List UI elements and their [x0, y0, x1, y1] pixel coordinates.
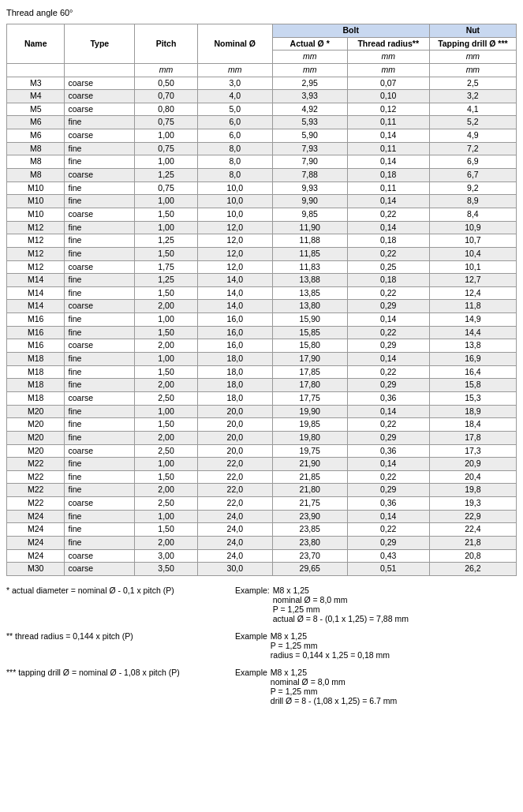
cell-type: coarse [65, 208, 135, 221]
cell-value: 22,4 [429, 523, 516, 537]
table-row: M16fine1,0016,015,900,1414,9 [7, 313, 517, 327]
cell-type: fine [65, 181, 135, 195]
cell-name: M16 [7, 339, 65, 353]
cell-name: M6 [7, 129, 65, 143]
cell-type: coarse [65, 300, 135, 313]
example-line: P = 1,25 mm [271, 687, 397, 696]
cell-name: M14 [7, 300, 65, 313]
cell-value: 12,4 [429, 286, 516, 300]
cell-value: 14,0 [197, 300, 272, 313]
group-bolt-header: Bolt [272, 24, 429, 38]
cell-value: 22,0 [197, 458, 272, 471]
cell-value: 1,00 [135, 510, 198, 523]
unit-name [7, 63, 65, 77]
cell-value: 2,5 [429, 77, 516, 90]
cell-type: fine [65, 353, 135, 366]
unit-nominal: mm [197, 63, 272, 77]
cell-value: 0,22 [347, 523, 429, 537]
cell-value: 0,22 [347, 326, 429, 339]
table-row: M24coarse3,0024,023,700,4320,8 [7, 549, 517, 563]
table-row: M18fine2,0018,017,800,2915,8 [7, 379, 517, 392]
cell-value: 20,8 [429, 549, 516, 563]
cell-type: coarse [65, 339, 135, 353]
cell-value: 2,00 [135, 536, 198, 549]
cell-value: 0,75 [135, 181, 198, 195]
cell-value: 20,0 [197, 444, 272, 458]
cell-value: 1,75 [135, 260, 198, 274]
cell-value: 0,75 [135, 142, 198, 155]
cell-value: 2,95 [272, 77, 347, 90]
cell-value: 9,90 [272, 195, 347, 208]
cell-value: 0,14 [347, 353, 429, 366]
cell-value: 6,7 [429, 169, 516, 182]
cell-value: 1,00 [135, 155, 198, 169]
cell-value: 8,4 [429, 208, 516, 221]
cell-value: 18,0 [197, 391, 272, 405]
cell-value: 2,00 [135, 484, 198, 497]
cell-value: 1,00 [135, 129, 198, 143]
table-row: M20coarse2,5020,019,750,3617,3 [7, 444, 517, 458]
thread-angle-label: Thread angle 60° [6, 8, 517, 17]
cell-type: fine [65, 313, 135, 327]
table-row: M5coarse0,805,04,920,124,1 [7, 103, 517, 116]
cell-value: 3,50 [135, 563, 198, 576]
cell-value: 17,90 [272, 353, 347, 366]
cell-value: 13,85 [272, 286, 347, 300]
cell-value: 19,8 [429, 484, 516, 497]
cell-value: 23,80 [272, 536, 347, 549]
table-row: M12fine1,0012,011,900,1410,9 [7, 221, 517, 234]
cell-value: 14,9 [429, 313, 516, 327]
example-lines-note1: M8 x 1,25nominal Ø = 8,0 mmP = 1,25 mmac… [273, 586, 409, 623]
cell-value: 23,85 [272, 523, 347, 537]
cell-value: 0,18 [347, 169, 429, 182]
cell-name: M20 [7, 418, 65, 432]
cell-value: 22,0 [197, 470, 272, 484]
cell-value: 23,70 [272, 549, 347, 563]
note-example-note1: Example: M8 x 1,25nominal Ø = 8,0 mmP = … [235, 586, 517, 623]
cell-value: 16,9 [429, 353, 516, 366]
cell-value: 19,80 [272, 431, 347, 444]
group-nut-header: Nut [429, 24, 516, 38]
cell-value: 11,88 [272, 234, 347, 248]
cell-value: 0,29 [347, 339, 429, 353]
cell-value: 0,14 [347, 458, 429, 471]
table-row: M3coarse0,503,02,950,072,5 [7, 77, 517, 90]
cell-name: M5 [7, 103, 65, 116]
cell-value: 20,0 [197, 405, 272, 418]
cell-type: fine [65, 405, 135, 418]
cell-value: 12,0 [197, 234, 272, 248]
example-line: radius = 0,144 x 1,25 = 0,18 mm [271, 650, 390, 660]
notes-section: * actual diameter = nominal Ø - 0,1 x pi… [6, 586, 517, 705]
example-line: M8 x 1,25 [273, 586, 409, 595]
cell-value: 17,3 [429, 444, 516, 458]
cell-value: 18,0 [197, 379, 272, 392]
table-row: M18coarse2,5018,017,750,3615,3 [7, 391, 517, 405]
unit-radius2: mm [347, 63, 429, 77]
table-row: M10coarse1,5010,09,850,228,4 [7, 208, 517, 221]
cell-value: 17,75 [272, 391, 347, 405]
cell-name: M8 [7, 169, 65, 182]
cell-value: 1,50 [135, 208, 198, 221]
cell-value: 3,0 [197, 77, 272, 90]
cell-value: 18,4 [429, 418, 516, 432]
cell-value: 21,85 [272, 470, 347, 484]
cell-value: 0,14 [347, 155, 429, 169]
table-row: M16fine1,5016,015,850,2214,4 [7, 326, 517, 339]
cell-value: 0,51 [347, 563, 429, 576]
cell-name: M20 [7, 405, 65, 418]
cell-value: 0,22 [347, 418, 429, 432]
cell-name: M22 [7, 458, 65, 471]
cell-value: 3,00 [135, 549, 198, 563]
header-type: Type [65, 24, 135, 64]
cell-name: M18 [7, 391, 65, 405]
table-row: M24fine2,0024,023,800,2921,8 [7, 536, 517, 549]
table-row: M14fine1,5014,013,850,2212,4 [7, 286, 517, 300]
header-tapping: Tapping drill Ø *** [429, 37, 516, 51]
cell-value: 10,7 [429, 234, 516, 248]
cell-value: 0,22 [347, 470, 429, 484]
cell-value: 12,7 [429, 274, 516, 287]
cell-value: 7,90 [272, 155, 347, 169]
cell-name: M8 [7, 142, 65, 155]
cell-value: 4,9 [429, 129, 516, 143]
example-line: M8 x 1,25 [271, 668, 397, 677]
